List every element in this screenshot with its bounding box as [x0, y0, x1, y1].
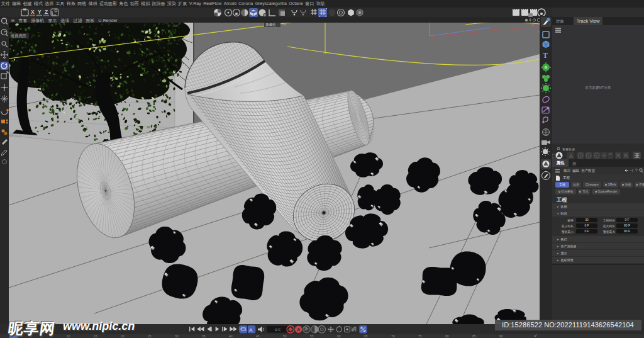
svg-text:T: T — [543, 51, 548, 60]
svg-text:A: A — [297, 327, 300, 332]
svg-text:90: 90 — [499, 334, 503, 338]
svg-text:A: A — [569, 153, 574, 159]
svg-text:75: 75 — [418, 334, 422, 338]
svg-text:45: 45 — [256, 334, 260, 338]
svg-text:25: 25 — [148, 334, 152, 338]
svg-text:摄像机: 摄像机 — [265, 23, 276, 27]
svg-text:85: 85 — [472, 334, 476, 338]
svg-text:Y: Y — [531, 23, 534, 27]
svg-text:35: 35 — [202, 334, 206, 338]
svg-text:60: 60 — [337, 334, 341, 338]
svg-text:弹簧: 弹簧 — [14, 133, 22, 138]
svg-text:55: 55 — [310, 334, 314, 338]
svg-text:X: X — [31, 9, 35, 15]
svg-text:30: 30 — [175, 334, 179, 338]
svg-text:透视视图: 透视视图 — [11, 33, 26, 38]
svg-text:20: 20 — [121, 334, 125, 338]
svg-text:65: 65 — [364, 334, 368, 338]
svg-text:Y: Y — [38, 9, 42, 15]
svg-text:Z: Z — [45, 9, 48, 15]
svg-text:50: 50 — [283, 334, 287, 338]
svg-text:15: 15 — [94, 334, 97, 338]
svg-text:80: 80 — [445, 334, 449, 338]
svg-text:70: 70 — [391, 334, 395, 338]
svg-text:10: 10 — [67, 334, 70, 338]
svg-text:40: 40 — [229, 334, 233, 338]
svg-text:0 F: 0 F — [275, 327, 281, 332]
